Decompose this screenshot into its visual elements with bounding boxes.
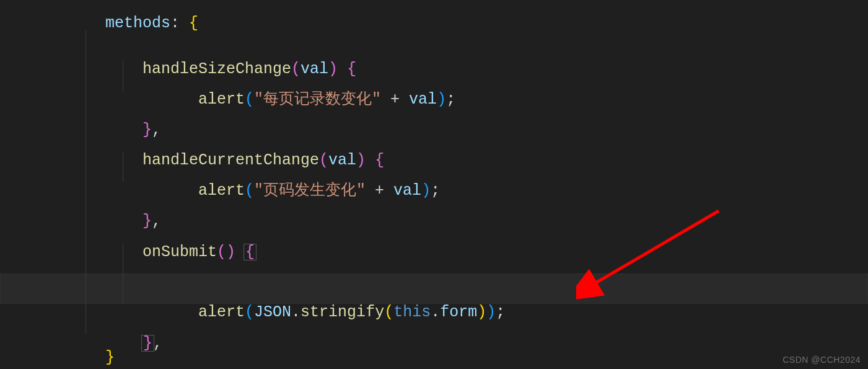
code-line: // console.log('submit!'); xyxy=(0,243,868,273)
code-line: }, xyxy=(0,304,868,334)
property-methods: methods xyxy=(105,14,170,32)
code-line: alert("页码发生变化" + val); xyxy=(0,152,868,182)
code-line: }, xyxy=(0,182,868,213)
code-line: handleSizeChange(val) { xyxy=(0,30,868,61)
code-editor[interactable]: methods: { handleSizeChange(val) { alert… xyxy=(0,0,868,369)
code-line-highlighted: alert(JSON.stringify(this.form)); xyxy=(0,273,868,304)
watermark: CSDN @CCH2024 xyxy=(783,355,861,364)
code-line: handleCurrentChange(val) { xyxy=(0,122,868,152)
code-line: }, xyxy=(0,91,868,122)
code-line: methods: { xyxy=(0,0,868,30)
code-line: alert("每页记录数变化" + val); xyxy=(0,61,868,91)
open-brace: { xyxy=(189,14,198,32)
code-line: onSubmit() { xyxy=(0,213,868,243)
close-brace: } xyxy=(105,349,115,367)
code-line: } xyxy=(0,334,868,365)
colon: : xyxy=(170,14,189,32)
